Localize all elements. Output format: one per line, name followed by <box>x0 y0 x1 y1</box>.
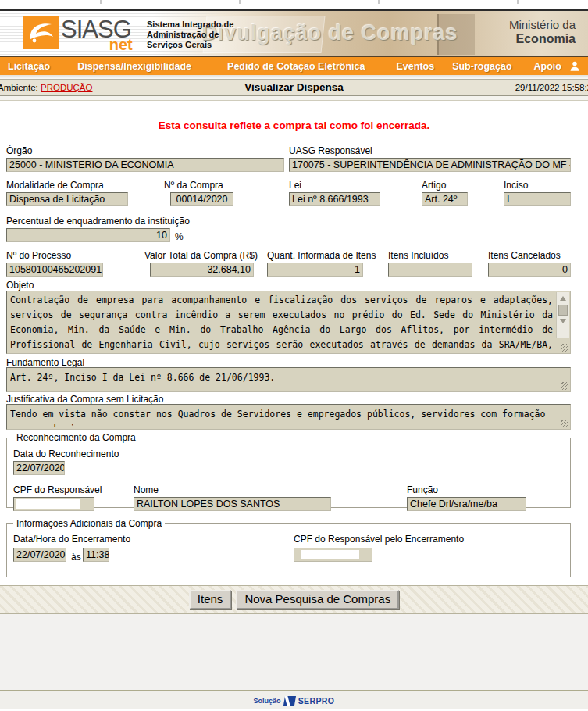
objeto-text: Contratação de empresa para acompanhamen… <box>10 293 553 352</box>
nav-item-dispensa[interactable]: Dispensa/Inexigibilidade <box>77 61 191 72</box>
as-conjunction: às <box>71 552 81 563</box>
ministry-line1: Ministério da <box>509 18 576 32</box>
quant-itens-field[interactable]: 1 <box>267 263 363 277</box>
cpf-responsavel-field[interactable] <box>13 497 94 511</box>
justificativa-resize-grip[interactable] <box>561 420 568 427</box>
nav-item-eventos[interactable]: Eventos <box>397 61 435 72</box>
artigo-field[interactable]: Art. 24º <box>422 192 468 206</box>
percentual-label: Percentual de enquadramento da instituiç… <box>6 216 190 227</box>
fundamento-resize-grip[interactable] <box>561 382 568 390</box>
fundamento-label: Fundamento Legal <box>6 357 84 368</box>
lower-spacer <box>0 614 588 691</box>
logo-net-text: net <box>109 37 133 52</box>
processo-label: Nº do Processo <box>6 250 71 261</box>
justificativa-textarea[interactable]: Tendo em vista não constar nos Quadros d… <box>6 404 571 430</box>
cpf-encerramento-label: CPF do Responsável pelo Encerramento <box>294 534 464 545</box>
scroll-up-icon[interactable] <box>560 296 566 301</box>
lei-field[interactable]: Lei nº 8.666/1993 <box>289 192 380 206</box>
scroll-thumb[interactable] <box>558 305 568 316</box>
fundamento-text: Art. 24º, Inciso I da Lei nº 8.666 de 21… <box>10 370 553 390</box>
cpf-encerramento-field[interactable] <box>294 548 372 562</box>
fundamento-textarea[interactable]: Art. 24º, Inciso I da Lei nº 8.666 de 21… <box>6 367 571 392</box>
nova-pesquisa-button[interactable]: Nova Pesquisa de Compras <box>236 590 399 609</box>
orgao-label: Órgão <box>6 145 32 156</box>
closed-purchase-notice: Esta consulta reflete a compra tal como … <box>0 120 588 131</box>
objeto-scrollbar[interactable] <box>556 292 569 338</box>
itens-cancelados-field[interactable]: 0 <box>488 263 571 277</box>
uasg-label: UASG Responsável <box>289 145 372 156</box>
main-nav: Licitação Dispensa/Inexigibilidade Pedid… <box>0 56 588 75</box>
quant-itens-label: Quant. Informada de Itens <box>267 250 376 261</box>
itens-incluidos-label: Itens Incluídos <box>388 250 448 261</box>
justificativa-label: Justificativa da Compra sem Licitação <box>6 394 163 405</box>
itens-incluidos-field[interactable] <box>388 263 472 277</box>
action-band: Itens Nova Pesquisa de Compras <box>0 585 588 614</box>
serpro-logo: Solução SERPRO <box>244 692 345 709</box>
nome-field[interactable]: RAILTON LOPES DOS SANTOS <box>134 497 331 511</box>
page-title: Visualizar Dispensa <box>0 80 588 95</box>
cpf-redaction <box>16 499 80 509</box>
logo-subtitle: Sistema Integrado de Administração de Se… <box>147 20 248 50</box>
ministry-name: Ministério da Economia <box>509 18 576 46</box>
numero-compra-label: Nº da Compra <box>164 180 223 191</box>
objeto-resize-grip[interactable] <box>561 344 568 352</box>
percentual-suffix: % <box>175 231 184 242</box>
timestamp: 29/11/2022 15:58:2 <box>515 80 588 95</box>
artigo-label: Artigo <box>422 180 446 191</box>
valor-total-field[interactable]: 32.684,10 <box>150 263 254 277</box>
modalidade-field[interactable]: Dispensa de Licitação <box>6 192 128 206</box>
ministry-line2: Economia <box>509 32 576 46</box>
adicionais-legend: Informações Adicionais da Compra <box>13 518 165 529</box>
lei-label: Lei <box>289 180 301 191</box>
header-banner: SIASG net Sistema Integrado de Administr… <box>0 9 588 56</box>
serpro-name-text: SERPRO <box>298 696 335 706</box>
data-reconhecimento-field[interactable]: 22/07/2020 <box>13 461 65 475</box>
footer-bar: Solução SERPRO <box>0 691 588 709</box>
funcao-label: Função <box>407 484 438 495</box>
itens-button[interactable]: Itens <box>189 590 232 609</box>
siasg-swoosh-icon <box>23 16 59 49</box>
valor-total-label: Valor Total da Compra (R$) <box>144 250 258 261</box>
cpf-responsavel-label: CPF do Responsável <box>13 484 102 495</box>
nav-item-licitacao[interactable]: Licitação <box>8 61 50 72</box>
status-bar: Ambiente: PRODUÇÃO Visualizar Dispensa 2… <box>0 79 588 96</box>
modalidade-label: Modalidade de Compra <box>6 180 104 191</box>
data-hora-label: Data/Hora do Encerramento <box>13 534 130 545</box>
user-icon[interactable] <box>569 60 580 72</box>
orgao-field[interactable]: 25000 - MINISTERIO DA ECONOMIA <box>6 158 284 172</box>
data-reconhecimento-label: Data do Reconhecimento <box>13 448 119 459</box>
inciso-field[interactable]: I <box>504 192 571 206</box>
hora-encerramento-field[interactable]: 11:38 <box>83 548 109 562</box>
adicionais-fieldset: Informações Adicionais da Compra Data/Ho… <box>6 518 571 577</box>
main-content: Esta consulta reflete a compra tal como … <box>0 101 588 585</box>
percentual-field[interactable]: 10 <box>6 228 170 242</box>
serpro-mark-icon <box>283 696 296 706</box>
nome-label: Nome <box>134 484 159 495</box>
objeto-label: Objeto <box>6 280 34 291</box>
objeto-textarea[interactable]: Contratação de empresa para acompanhamen… <box>6 291 571 354</box>
inciso-label: Inciso <box>504 180 528 191</box>
processo-field[interactable]: 10580100465202091 <box>6 263 103 277</box>
uasg-field[interactable]: 170075 - SUPERINTENDÊNCIA DE ADMINISTRAÇ… <box>289 158 571 172</box>
reconhecimento-fieldset: Reconhecimento da Compra Data do Reconhe… <box>6 432 571 508</box>
numero-compra-field[interactable]: 00014/2020 <box>170 192 233 206</box>
siasg-logo: SIASG net <box>23 16 131 49</box>
nav-item-cotacao[interactable]: Pedido de Cotação Eletrônica <box>227 61 365 72</box>
justificativa-text: Tendo em vista não constar nos Quadros d… <box>10 407 553 427</box>
nav-item-apoio[interactable]: Apoio <box>534 61 561 72</box>
solucao-text: Solução <box>254 697 281 705</box>
data-encerramento-field[interactable]: 22/07/2020 <box>13 548 66 562</box>
scroll-down-icon[interactable] <box>560 319 566 323</box>
browser-remnant-strip <box>0 0 588 9</box>
funcao-field[interactable]: Chefe Drl/sra/me/ba <box>407 497 526 511</box>
itens-cancelados-label: Itens Cancelados <box>488 250 561 261</box>
cpf-encerramento-redaction <box>301 550 359 559</box>
reconhecimento-legend: Reconhecimento da Compra <box>13 432 139 443</box>
nav-item-subrogacao[interactable]: Sub-rogação <box>452 61 511 72</box>
